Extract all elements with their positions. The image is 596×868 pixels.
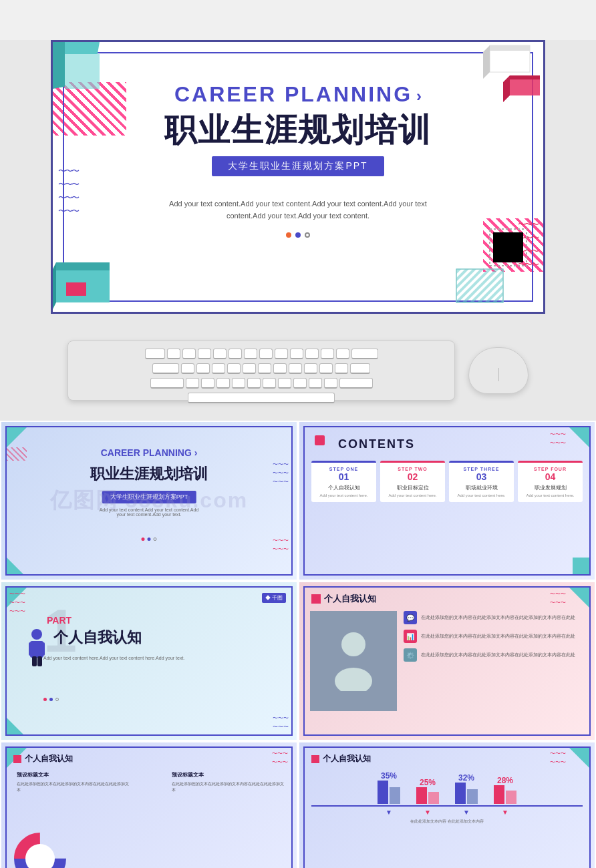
stat-1: 35% — [372, 771, 406, 781]
subtitle-badge: 大学生职业生涯规划方案PPT — [212, 156, 384, 176]
step-label-3: STEP THREE — [452, 467, 511, 471]
contents-card-3: STEP THREE 03 职场就业环境 Add your text conte… — [449, 461, 514, 502]
stat-2: 25% — [411, 778, 444, 787]
thumbnail-6[interactable]: 〜〜〜〜〜〜 〜〜〜〜〜〜 个人自我认知 35% — [298, 741, 596, 868]
slide-content-area: CAREER PLANNING › 职业生涯规划培训 大学生职业生涯规划方案PP… — [153, 82, 443, 238]
contents-card-1: STEP ONE 01 个人自我认知 Add your text content… — [311, 461, 376, 502]
stat-3: 32% — [450, 773, 483, 783]
thumb4-title: 个人自我认知 — [324, 593, 376, 605]
svg-rect-2 — [65, 54, 100, 89]
thumbnail-1[interactable]: 〜〜〜〜〜〜〜〜〜 〜〜〜〜〜〜 CAREER PLANNING › 职业生涯规… — [0, 421, 298, 581]
pie-chart — [13, 832, 67, 868]
card-desc-3: Add your text content here. — [452, 493, 511, 498]
thumb4-item-2: 📊 在此处添加您的文本内容在此处添加文本内容在此处添加的文本内容在此处 — [404, 630, 583, 643]
slide-dots — [153, 232, 443, 238]
thumb1-title-cn: 职业生涯规划培训 — [90, 464, 208, 484]
thumbnail-2[interactable]: 〜〜〜〜〜〜 CONTENTS STEP ONE 01 个人自我认知 Add y… — [298, 421, 596, 581]
dot-1 — [286, 232, 291, 238]
corner-block-tr — [450, 42, 543, 132]
dot-3 — [305, 232, 310, 238]
keyboard — [67, 341, 455, 401]
svg-marker-11 — [53, 262, 56, 309]
bar-chart: 35% 25% — [311, 771, 583, 825]
thumb5-sub2: 预设标题文本 — [172, 771, 285, 779]
card-title-3: 职场就业环境 — [452, 484, 511, 491]
svg-rect-20 — [29, 642, 34, 656]
thumb2-title: CONTENTS — [318, 437, 415, 451]
svg-rect-4 — [490, 45, 530, 51]
dot-2 — [295, 232, 301, 238]
title-en: CAREER PLANNING — [174, 82, 412, 107]
block-br — [443, 216, 543, 312]
contents-card-2: STEP TWO 02 职业目标定位 Add your text content… — [380, 461, 445, 502]
svg-rect-14 — [493, 232, 523, 262]
card-num-2: 02 — [383, 471, 442, 482]
wavy-decoration-left: 〜〜〜 〜〜〜 〜〜〜 〜〜〜 — [58, 166, 78, 217]
card-desc-4: Add your text content here. — [520, 493, 580, 498]
svg-marker-8 — [503, 75, 510, 102]
thumb5-desc1: 在此处添加您的文本在此处添加的文本内容在此处在此处添加文本 — [17, 781, 130, 793]
card-desc-2: Add your text content here. — [383, 493, 442, 498]
mouse — [468, 347, 529, 394]
card-num-1: 01 — [314, 471, 374, 482]
svg-rect-12 — [66, 282, 86, 296]
svg-point-18 — [31, 629, 42, 640]
card-title-2: 职业目标定位 — [383, 484, 442, 491]
svg-rect-15 — [456, 269, 503, 302]
thumbnails-grid: 〜〜〜〜〜〜〜〜〜 〜〜〜〜〜〜 CAREER PLANNING › 职业生涯规… — [0, 421, 596, 741]
step-label-1: STEP ONE — [314, 467, 374, 471]
stat-4: 28% — [488, 776, 522, 785]
svg-point-25 — [335, 668, 372, 691]
part-title-cn: 个人自我认知 — [53, 628, 142, 648]
step-label-2: STEP TWO — [383, 467, 442, 471]
title-cn: 职业生涯规划培训 — [153, 113, 443, 148]
thumb4-photo — [310, 611, 397, 711]
card-title-4: 职业发展规划 — [520, 484, 580, 491]
svg-marker-5 — [483, 45, 490, 79]
title-arrow: › — [416, 87, 422, 105]
thumbnails-bottom-row: 〜〜〜〜〜〜 个人自我认知 预设标题文本 在此处添加您的文本在此处添加的文本内容… — [0, 741, 596, 868]
contents-card-4: STEP FOUR 04 职业发展规划 Add your text conten… — [518, 461, 583, 502]
thumb5-desc2: 在此处添加您的文本在此处添加的文本内容在此处在此处添加文本 — [172, 781, 285, 793]
block-bl — [53, 229, 140, 312]
thumbnail-5[interactable]: 〜〜〜〜〜〜 个人自我认知 预设标题文本 在此处添加您的文本在此处添加的文本内容… — [0, 741, 298, 868]
thumb1-title-en: CAREER PLANNING › — [101, 447, 198, 458]
thumb6-title: 个人自我认知 — [323, 753, 371, 765]
thumbnail-3[interactable]: 〜〜〜〜〜〜〜〜〜 〜〜〜〜〜〜 1 — [0, 581, 298, 741]
svg-rect-23 — [37, 656, 42, 666]
svg-rect-10 — [56, 262, 110, 270]
qiantu-badge: ◆ 千图 — [262, 593, 286, 603]
keyboard-area — [51, 334, 545, 407]
corner-block-tl — [53, 42, 126, 118]
main-preview-slide: 〜〜〜 〜〜〜 〜〜〜 〜〜〜 〜〜〜 〜〜〜 〜〜〜 〜〜〜 — [51, 40, 545, 314]
svg-rect-7 — [510, 75, 540, 79]
step-label-4: STEP FOUR — [520, 467, 580, 471]
svg-point-24 — [341, 632, 365, 656]
thumb1-subtitle: 大学生职业生涯规划方案PPT — [102, 491, 196, 503]
thumb4-item-3: ⚙️ 在此处添加您的文本内容在此处添加文本内容在此处添加的文本内容在此处 — [404, 648, 583, 662]
card-num-4: 04 — [520, 471, 580, 482]
thumb5-sub1: 预设标题文本 — [17, 771, 130, 779]
svg-rect-1 — [53, 42, 65, 89]
thumb5-title: 个人自我认知 — [25, 753, 73, 765]
card-title-1: 个人自我认知 — [314, 484, 374, 491]
card-num-3: 03 — [452, 471, 511, 482]
desc-text: Add your text content.Add your text cont… — [153, 198, 443, 222]
part-desc: Add your text content here.Add your text… — [43, 654, 285, 662]
thumb4-item-1: 💬 在此处添加您的文本内容在此处添加文本内容在此处添加的文本内容在此处 — [404, 611, 583, 624]
thumbnail-4[interactable]: 〜〜〜〜〜〜 个人自我认知 💬 — [298, 581, 596, 741]
part-badge: PART — [47, 614, 71, 626]
card-desc-1: Add your text content here. — [314, 493, 374, 498]
svg-rect-22 — [32, 656, 37, 666]
